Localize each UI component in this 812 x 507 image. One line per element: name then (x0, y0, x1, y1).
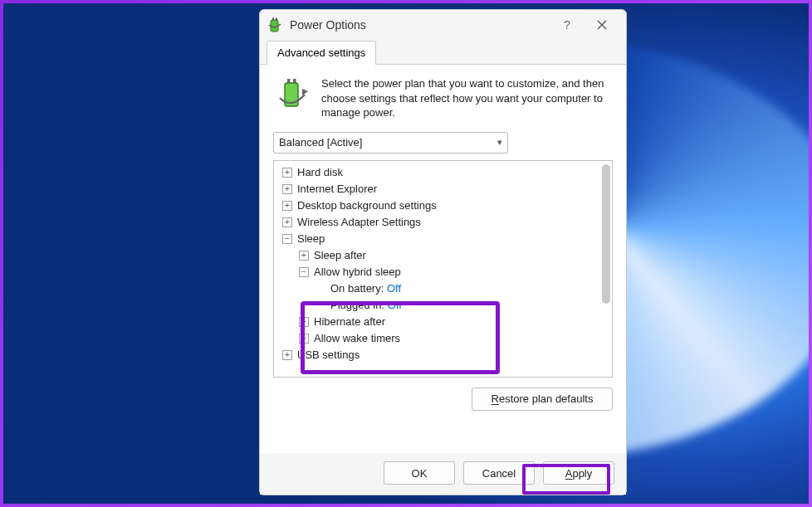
svg-rect-4 (287, 79, 291, 83)
power-options-dialog: Power Options ? Advanced settings Select… (259, 9, 627, 495)
settings-tree[interactable]: +Hard disk +Internet Explorer +Desktop b… (273, 160, 613, 378)
tree-item-sleep[interactable]: −Sleep (277, 231, 612, 247)
help-button[interactable]: ? (550, 13, 585, 37)
restore-plan-defaults-button[interactable]: Restore plan defaults (472, 388, 613, 411)
tab-advanced-settings[interactable]: Advanced settings (267, 41, 376, 65)
power-plan-value: Balanced [Active] (279, 136, 362, 149)
chevron-down-icon: ▾ (497, 137, 502, 148)
svg-rect-5 (293, 79, 296, 83)
power-plan-icon (273, 76, 311, 115)
tree-item-desktop-background[interactable]: +Desktop background settings (277, 197, 612, 214)
ok-button[interactable]: OK (384, 461, 455, 485)
titlebar: Power Options ? (260, 10, 626, 40)
tree-item-wireless-adapter[interactable]: +Wireless Adapter Settings (277, 214, 612, 231)
tree-item-usb-settings[interactable]: +USB settings (277, 347, 612, 363)
tree-item-allow-hybrid-sleep[interactable]: −Allow hybrid sleep (277, 264, 612, 280)
svg-rect-1 (272, 18, 274, 21)
power-options-icon (267, 17, 283, 33)
apply-button[interactable]: Apply (543, 461, 614, 485)
tree-item-hard-disk[interactable]: +Hard disk (277, 164, 612, 181)
scrollbar-thumb[interactable] (602, 164, 610, 304)
tree-value-plugged-in[interactable]: Plugged in: Off (277, 297, 612, 314)
svg-marker-6 (302, 89, 308, 95)
svg-rect-2 (276, 18, 277, 21)
tab-content: Select the power plan that you want to c… (260, 65, 626, 453)
svg-rect-0 (271, 20, 278, 32)
tree-item-internet-explorer[interactable]: +Internet Explorer (277, 181, 612, 197)
power-plan-select[interactable]: Balanced [Active] ▾ (273, 132, 508, 154)
tree-item-allow-wake-timers[interactable]: +Allow wake timers (277, 330, 612, 347)
tab-row: Advanced settings (260, 40, 626, 65)
description-text: Select the power plan that you want to c… (321, 76, 613, 120)
window-title: Power Options (290, 18, 366, 32)
close-button[interactable] (585, 13, 619, 37)
tree-item-sleep-after[interactable]: +Sleep after (277, 247, 612, 264)
dialog-button-row: OK Cancel Apply (260, 453, 626, 495)
cancel-button[interactable]: Cancel (463, 461, 535, 485)
tree-value-on-battery[interactable]: On battery: Off (277, 280, 612, 297)
tree-item-hibernate-after[interactable]: +Hibernate after (277, 314, 612, 330)
